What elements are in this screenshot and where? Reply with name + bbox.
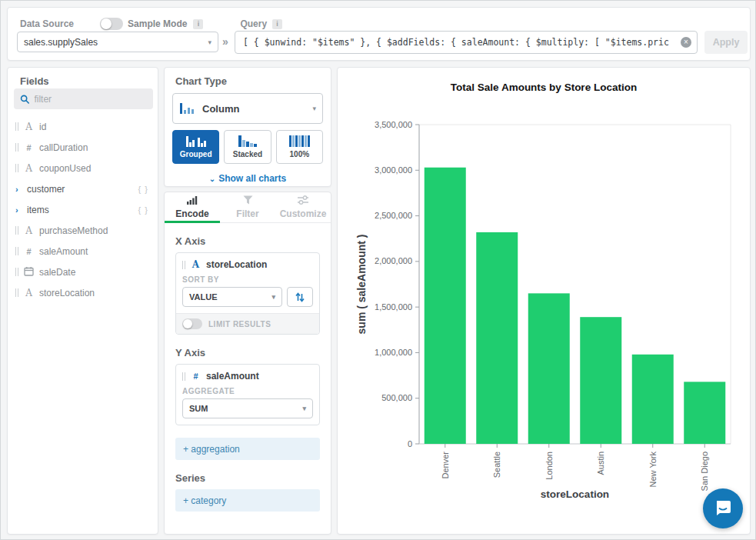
aggregate-select[interactable]: SUM ▾: [182, 398, 313, 418]
query-info-icon[interactable]: i: [272, 19, 282, 29]
sample-mode-info-icon[interactable]: i: [193, 19, 203, 29]
drag-handle-icon[interactable]: [182, 372, 185, 381]
drag-handle-icon[interactable]: [15, 143, 18, 152]
fields-list: Aid#callDurationAcouponUsed›customer{ }›…: [8, 116, 158, 303]
caret-down-icon: ▾: [312, 105, 316, 112]
field-name: saleAmount: [39, 246, 88, 257]
field-row-id[interactable]: Aid: [8, 116, 158, 137]
caret-down-icon: ▾: [302, 405, 306, 412]
field-row-couponUsed[interactable]: AcouponUsed: [8, 158, 158, 178]
field-name: id: [39, 122, 46, 132]
string-type-icon: A: [24, 225, 34, 236]
add-aggregation-button[interactable]: + aggregation: [175, 438, 320, 460]
field-row-customer[interactable]: ›customer{ }: [8, 178, 158, 199]
drag-handle-icon[interactable]: [15, 247, 18, 255]
bar-new-york[interactable]: [632, 355, 674, 444]
field-row-saleDate[interactable]: saleDate: [8, 262, 158, 282]
pipeline-chevron-icon: »: [222, 35, 228, 48]
drag-handle-icon[interactable]: [15, 268, 18, 276]
string-type-icon: A: [191, 259, 201, 270]
variant-button-100pct[interactable]: 100%: [276, 130, 323, 164]
chart-type-select[interactable]: Column ▾: [172, 93, 323, 124]
sliders-icon: [298, 195, 308, 207]
field-row-purchaseMethod[interactable]: ApurchaseMethod: [8, 220, 158, 241]
show-all-charts-label: Show all charts: [218, 173, 286, 184]
bar-seattle[interactable]: [476, 232, 518, 444]
chat-bubble-icon: [713, 498, 733, 518]
query-field-wrap: ×: [235, 31, 698, 54]
aggregate-row: SUM ▾: [176, 398, 319, 425]
string-type-icon: A: [24, 163, 34, 174]
drag-handle-icon[interactable]: [182, 261, 185, 269]
x-tick-label: New York: [648, 452, 658, 488]
x-tick-label: Denver: [441, 452, 450, 479]
search-icon: [20, 94, 29, 105]
show-all-charts-link[interactable]: ⌄Show all charts: [172, 173, 323, 184]
column-chart-icon: [179, 102, 195, 115]
y-tick-label: 1,500,000: [375, 302, 412, 312]
caret-down-icon: ▾: [208, 38, 211, 46]
y-tick-label: 1,000,000: [375, 348, 412, 357]
query-label: Query: [240, 18, 267, 29]
add-category-button[interactable]: + category: [175, 489, 320, 512]
bar-san-diego[interactable]: [684, 382, 725, 444]
bar-denver[interactable]: [425, 168, 466, 444]
top-bar: Data Source Sample Mode i Query i sales.…: [7, 7, 751, 61]
query-input[interactable]: [235, 31, 698, 54]
y-tick-label: 500,000: [381, 393, 412, 402]
variant-button-stacked[interactable]: Stacked: [224, 130, 271, 164]
drag-handle-icon[interactable]: [15, 122, 18, 131]
apply-button[interactable]: Apply: [704, 31, 748, 54]
bar-london[interactable]: [528, 293, 570, 444]
chevron-right-icon[interactable]: ›: [15, 205, 22, 215]
filter-input-wrap: [14, 88, 153, 109]
x-axis-field-chip[interactable]: A storeLocation: [176, 253, 319, 273]
field-row-saleAmount[interactable]: #saleAmount: [8, 241, 158, 262]
y-tick-label: 3,000,000: [375, 165, 412, 175]
drag-handle-icon[interactable]: [15, 226, 18, 235]
field-name: callDuration: [39, 142, 88, 153]
filter-input[interactable]: [34, 94, 147, 105]
calendar-icon: [24, 266, 34, 276]
limit-results-toggle[interactable]: [182, 318, 202, 329]
number-type-icon: #: [191, 372, 201, 381]
data-source-select[interactable]: sales.supplySales ▾: [17, 32, 218, 52]
tab-filter[interactable]: Filter: [220, 192, 275, 222]
number-type-icon: #: [24, 247, 34, 256]
x-axis-field-name: storeLocation: [206, 259, 267, 270]
encode-panel: EncodeFilterCustomize X Axis A storeLoca…: [164, 192, 331, 535]
chart-type-value: Column: [202, 103, 239, 115]
tab-label: Customize: [280, 208, 327, 219]
chart-card: Total Sale Amounts by Store Location 050…: [337, 67, 751, 535]
field-row-callDuration[interactable]: #callDuration: [8, 137, 158, 158]
y-axis-section-title: Y Axis: [175, 347, 320, 358]
variant-button-grouped[interactable]: Grouped: [172, 130, 219, 164]
bar-austin[interactable]: [580, 317, 621, 444]
string-type-icon: A: [24, 122, 34, 132]
y-axis-field-chip[interactable]: # saleAmount: [176, 365, 319, 385]
chevron-right-icon[interactable]: ›: [15, 185, 22, 194]
tab-encode[interactable]: Encode: [165, 192, 220, 222]
drag-handle-icon[interactable]: [15, 288, 18, 297]
mini-bars-icon: [183, 135, 209, 147]
mini-bars-icon: [235, 135, 261, 147]
tab-label: Filter: [236, 208, 258, 219]
sample-mode-label: Sample Mode: [128, 18, 187, 29]
mini-bars-icon: [286, 135, 312, 147]
sort-by-select[interactable]: VALUE ▾: [182, 287, 282, 307]
tab-label: Encode: [175, 208, 208, 219]
y-axis-field-name: saleAmount: [206, 371, 259, 382]
field-name: saleDate: [39, 267, 75, 278]
field-row-items[interactable]: ›items{ }: [8, 199, 158, 220]
caret-down-icon: ▾: [271, 293, 275, 301]
tab-customize[interactable]: Customize: [275, 192, 331, 222]
chat-launcher-button[interactable]: [703, 488, 743, 528]
data-source-value: sales.supplySales: [24, 37, 98, 48]
sample-mode-toggle[interactable]: [100, 18, 123, 30]
query-clear-icon[interactable]: ×: [681, 37, 691, 48]
sort-by-value: VALUE: [189, 292, 217, 302]
drag-handle-icon[interactable]: [15, 164, 18, 172]
variant-label: Grouped: [180, 150, 212, 158]
sort-direction-button[interactable]: [287, 287, 313, 307]
field-row-storeLocation[interactable]: AstoreLocation: [8, 282, 158, 303]
